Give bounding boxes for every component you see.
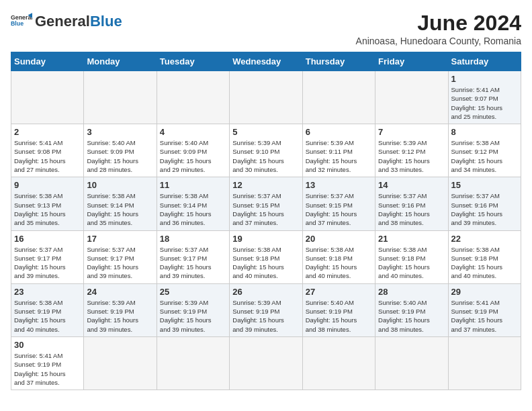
weekday-header-monday: Monday xyxy=(84,52,157,71)
calendar-cell: 23Sunrise: 5:38 AMSunset: 9:19 PMDayligh… xyxy=(11,283,84,336)
calendar-cell: 7Sunrise: 5:39 AMSunset: 9:12 PMDaylight… xyxy=(375,124,448,177)
day-info: Sunrise: 5:38 AMSunset: 9:14 PMDaylight:… xyxy=(87,191,153,227)
day-info: Sunrise: 5:37 AMSunset: 9:16 PMDaylight:… xyxy=(378,191,445,227)
day-info: Sunrise: 5:38 AMSunset: 9:13 PMDaylight:… xyxy=(14,191,81,227)
weekday-header-friday: Friday xyxy=(375,52,448,71)
day-info: Sunrise: 5:37 AMSunset: 9:15 PMDaylight:… xyxy=(306,191,372,227)
day-number: 13 xyxy=(306,180,372,190)
weekday-header-tuesday: Tuesday xyxy=(157,52,229,71)
day-info: Sunrise: 5:40 AMSunset: 9:19 PMDaylight:… xyxy=(306,298,372,334)
day-info: Sunrise: 5:39 AMSunset: 9:19 PMDaylight:… xyxy=(232,298,299,334)
calendar-cell: 9Sunrise: 5:38 AMSunset: 9:13 PMDaylight… xyxy=(11,177,84,230)
weekday-header-sunday: Sunday xyxy=(11,52,84,71)
day-number: 18 xyxy=(160,234,226,244)
logo-text: GeneralBlue xyxy=(35,14,122,29)
day-info: Sunrise: 5:39 AMSunset: 9:19 PMDaylight:… xyxy=(160,298,226,334)
calendar-cell: 13Sunrise: 5:37 AMSunset: 9:15 PMDayligh… xyxy=(302,177,375,230)
day-number: 15 xyxy=(451,180,518,190)
calendar-cell xyxy=(448,336,521,390)
day-number: 27 xyxy=(306,287,372,297)
calendar-subtitle: Aninoasa, Hunedoara County, Romania xyxy=(356,36,521,46)
day-info: Sunrise: 5:40 AMSunset: 9:19 PMDaylight:… xyxy=(378,298,445,334)
day-number: 12 xyxy=(232,180,299,190)
day-info: Sunrise: 5:39 AMSunset: 9:11 PMDaylight:… xyxy=(306,138,372,174)
day-number: 23 xyxy=(14,287,81,297)
calendar-cell: 15Sunrise: 5:37 AMSunset: 9:16 PMDayligh… xyxy=(448,177,521,230)
title-area: June 2024 Aninoasa, Hunedoara County, Ro… xyxy=(356,11,521,46)
day-number: 20 xyxy=(306,234,372,244)
week-row-5: 23Sunrise: 5:38 AMSunset: 9:19 PMDayligh… xyxy=(11,283,521,336)
day-number: 17 xyxy=(87,234,153,244)
day-number: 28 xyxy=(378,287,445,297)
calendar-cell: 19Sunrise: 5:38 AMSunset: 9:18 PMDayligh… xyxy=(230,230,302,283)
day-number: 2 xyxy=(14,127,81,137)
day-number: 4 xyxy=(160,127,226,137)
calendar-cell: 5Sunrise: 5:39 AMSunset: 9:10 PMDaylight… xyxy=(230,124,302,177)
day-number: 14 xyxy=(378,180,445,190)
calendar-title: June 2024 xyxy=(356,11,521,36)
calendar-cell xyxy=(157,336,229,390)
day-number: 25 xyxy=(160,287,226,297)
calendar-cell: 1Sunrise: 5:41 AMSunset: 9:07 PMDaylight… xyxy=(448,71,521,124)
week-row-4: 16Sunrise: 5:37 AMSunset: 9:17 PMDayligh… xyxy=(11,230,521,283)
day-number: 26 xyxy=(232,287,299,297)
week-row-6: 30Sunrise: 5:41 AMSunset: 9:19 PMDayligh… xyxy=(11,336,521,390)
day-number: 22 xyxy=(451,234,518,244)
header: General Blue GeneralBlue June 2024 Anino… xyxy=(11,11,521,46)
calendar-cell xyxy=(84,71,157,124)
day-info: Sunrise: 5:37 AMSunset: 9:17 PMDaylight:… xyxy=(14,245,81,281)
day-info: Sunrise: 5:37 AMSunset: 9:16 PMDaylight:… xyxy=(451,191,518,227)
calendar-cell: 24Sunrise: 5:39 AMSunset: 9:19 PMDayligh… xyxy=(84,283,157,336)
day-number: 3 xyxy=(87,127,153,137)
day-number: 11 xyxy=(160,180,226,190)
day-info: Sunrise: 5:37 AMSunset: 9:15 PMDaylight:… xyxy=(232,191,299,227)
weekday-header-row: SundayMondayTuesdayWednesdayThursdayFrid… xyxy=(11,52,521,71)
calendar-cell xyxy=(11,71,84,124)
day-info: Sunrise: 5:39 AMSunset: 9:10 PMDaylight:… xyxy=(232,138,299,174)
day-number: 5 xyxy=(232,127,299,137)
day-number: 6 xyxy=(306,127,372,137)
calendar-cell: 27Sunrise: 5:40 AMSunset: 9:19 PMDayligh… xyxy=(302,283,375,336)
day-info: Sunrise: 5:38 AMSunset: 9:18 PMDaylight:… xyxy=(451,245,518,281)
calendar-cell: 10Sunrise: 5:38 AMSunset: 9:14 PMDayligh… xyxy=(84,177,157,230)
day-info: Sunrise: 5:37 AMSunset: 9:17 PMDaylight:… xyxy=(87,245,153,281)
day-number: 1 xyxy=(451,74,518,84)
calendar-cell: 4Sunrise: 5:40 AMSunset: 9:09 PMDaylight… xyxy=(157,124,229,177)
day-number: 9 xyxy=(14,180,81,190)
day-info: Sunrise: 5:37 AMSunset: 9:17 PMDaylight:… xyxy=(160,245,226,281)
day-info: Sunrise: 5:38 AMSunset: 9:12 PMDaylight:… xyxy=(451,138,518,174)
calendar-cell: 2Sunrise: 5:41 AMSunset: 9:08 PMDaylight… xyxy=(11,124,84,177)
day-info: Sunrise: 5:38 AMSunset: 9:18 PMDaylight:… xyxy=(306,245,372,281)
day-number: 7 xyxy=(378,127,445,137)
calendar-cell: 17Sunrise: 5:37 AMSunset: 9:17 PMDayligh… xyxy=(84,230,157,283)
calendar-cell: 20Sunrise: 5:38 AMSunset: 9:18 PMDayligh… xyxy=(302,230,375,283)
day-number: 10 xyxy=(87,180,153,190)
day-info: Sunrise: 5:39 AMSunset: 9:12 PMDaylight:… xyxy=(378,138,445,174)
calendar-cell: 30Sunrise: 5:41 AMSunset: 9:19 PMDayligh… xyxy=(11,336,84,390)
calendar-cell xyxy=(84,336,157,390)
day-info: Sunrise: 5:38 AMSunset: 9:18 PMDaylight:… xyxy=(232,245,299,281)
calendar-cell: 26Sunrise: 5:39 AMSunset: 9:19 PMDayligh… xyxy=(230,283,302,336)
weekday-header-wednesday: Wednesday xyxy=(230,52,302,71)
week-row-3: 9Sunrise: 5:38 AMSunset: 9:13 PMDaylight… xyxy=(11,177,521,230)
day-number: 16 xyxy=(14,234,81,244)
calendar-cell: 8Sunrise: 5:38 AMSunset: 9:12 PMDaylight… xyxy=(448,124,521,177)
weekday-header-saturday: Saturday xyxy=(448,52,521,71)
calendar-cell xyxy=(375,336,448,390)
day-info: Sunrise: 5:41 AMSunset: 9:07 PMDaylight:… xyxy=(451,85,518,121)
day-info: Sunrise: 5:41 AMSunset: 9:08 PMDaylight:… xyxy=(14,138,81,174)
calendar-cell: 21Sunrise: 5:38 AMSunset: 9:18 PMDayligh… xyxy=(375,230,448,283)
day-number: 29 xyxy=(451,287,518,297)
calendar-cell: 25Sunrise: 5:39 AMSunset: 9:19 PMDayligh… xyxy=(157,283,229,336)
week-row-1: 1Sunrise: 5:41 AMSunset: 9:07 PMDaylight… xyxy=(11,71,521,124)
calendar-cell: 14Sunrise: 5:37 AMSunset: 9:16 PMDayligh… xyxy=(375,177,448,230)
calendar-cell: 28Sunrise: 5:40 AMSunset: 9:19 PMDayligh… xyxy=(375,283,448,336)
day-number: 19 xyxy=(232,234,299,244)
calendar-cell: 3Sunrise: 5:40 AMSunset: 9:09 PMDaylight… xyxy=(84,124,157,177)
calendar-table: SundayMondayTuesdayWednesdayThursdayFrid… xyxy=(11,52,521,390)
svg-text:Blue: Blue xyxy=(11,20,24,27)
calendar-cell: 12Sunrise: 5:37 AMSunset: 9:15 PMDayligh… xyxy=(230,177,302,230)
calendar-cell xyxy=(230,336,302,390)
day-info: Sunrise: 5:41 AMSunset: 9:19 PMDaylight:… xyxy=(451,298,518,334)
calendar-cell: 29Sunrise: 5:41 AMSunset: 9:19 PMDayligh… xyxy=(448,283,521,336)
